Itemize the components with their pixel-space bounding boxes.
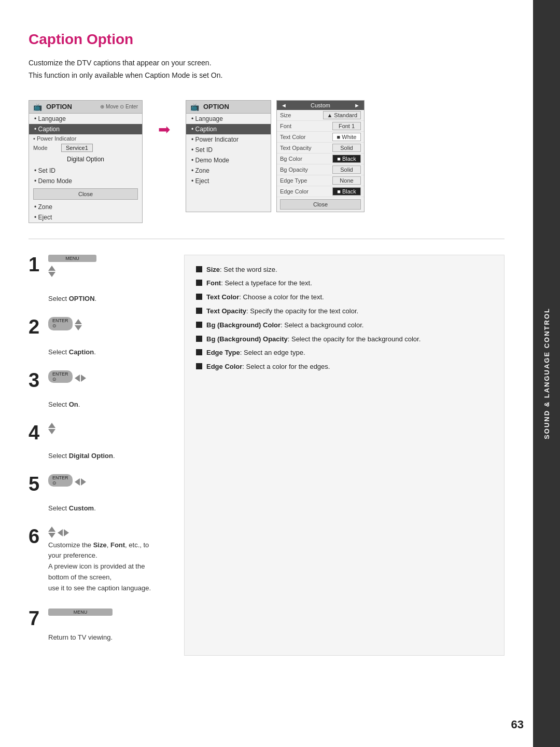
step-1-up-arrow bbox=[48, 266, 55, 271]
step-1-number: 1 bbox=[29, 255, 43, 274]
step-1-updown bbox=[48, 266, 55, 277]
options-panel-header: ◄ Custom ► bbox=[277, 101, 364, 110]
desc-line1: Customize the DTV captions that appear o… bbox=[29, 57, 505, 70]
step-6-leftright bbox=[58, 528, 69, 538]
step-2: 2 ENTER⊙ Select Caption. bbox=[29, 317, 163, 356]
step-1-down-arrow bbox=[48, 272, 55, 277]
bullets-panel: Size: Set the word size. Font: Select a … bbox=[184, 255, 505, 656]
tv-icon: 📺 bbox=[33, 103, 42, 111]
step-5-label: Select Custom. bbox=[48, 489, 96, 512]
step-3-number: 3 bbox=[29, 370, 43, 390]
step-7-label: Return to TV viewing. bbox=[48, 618, 113, 641]
bullet-size-icon bbox=[196, 266, 202, 272]
step-4-label: Select Digital Option. bbox=[48, 436, 115, 460]
page-description: Customize the DTV captions that appear o… bbox=[29, 57, 505, 82]
left-menu-box: 📺 OPTION ⊕ Move ⊙ Enter • Language • Cap… bbox=[29, 100, 143, 223]
step-7-content: MENU Return to TV viewing. bbox=[48, 608, 113, 641]
opt-edgetype-row: Edge Type None bbox=[277, 175, 364, 186]
mode-value: Service1 bbox=[61, 144, 93, 152]
step-3-left-arrow bbox=[75, 375, 80, 382]
step-4-down-arrow bbox=[48, 429, 55, 434]
step-3-right-arrow bbox=[81, 375, 86, 382]
opt-textopacity-value: Solid bbox=[332, 144, 361, 152]
step-6-desc: Customize the Size, Font, etc., to your … bbox=[48, 540, 163, 594]
menu-item-power: • Power Indicator bbox=[29, 134, 142, 143]
menu-item-setid: • Set ID bbox=[29, 165, 142, 176]
opt-edgetype-value: None bbox=[332, 176, 361, 185]
rmenu-language: • Language bbox=[186, 114, 271, 124]
bullet-edgecolor-icon bbox=[196, 363, 202, 369]
steps-list: 1 MENU Select OPTION. 2 bbox=[29, 255, 163, 656]
step-6-down-arrow bbox=[48, 533, 55, 538]
right-option-box: 📺 OPTION • Language • Caption • Power In… bbox=[186, 100, 365, 212]
bullet-font-text: Font: Select a typeface for the text. bbox=[206, 278, 312, 289]
step-4-content: Select Digital Option. bbox=[48, 423, 115, 460]
opt-font-value: Font 1 bbox=[332, 122, 361, 130]
opt-edgetype-label: Edge Type bbox=[280, 177, 332, 184]
bullet-textcolor-icon bbox=[196, 294, 202, 300]
opt-bgopacity-value: Solid bbox=[332, 165, 361, 174]
step-2-enter-btn: ENTER⊙ bbox=[48, 317, 73, 330]
digital-option-button[interactable]: Digital Option bbox=[57, 155, 115, 164]
step-2-down-arrow bbox=[75, 325, 82, 330]
left-menu-nav: ⊕ Move ⊙ Enter bbox=[100, 104, 138, 109]
step-3: 3 ENTER⊙ Select On. bbox=[29, 370, 163, 408]
opt-bgcolor-label: Bg Color bbox=[280, 156, 332, 162]
rmenu-demo: • Demo Mode bbox=[186, 155, 271, 165]
bullet-edgetype: Edge Type: Select an edge type. bbox=[196, 348, 493, 358]
bullet-textopacity-text: Text Opacity: Specify the opacity for th… bbox=[206, 306, 358, 317]
opt-edgecolor-value: ■ Black bbox=[332, 187, 361, 196]
bullet-edgetype-icon bbox=[196, 349, 202, 355]
menu-item-language: • Language bbox=[29, 114, 142, 124]
menu-item-eject: • Eject bbox=[29, 212, 142, 223]
menu-item-zone: • Zone bbox=[29, 202, 142, 212]
step-6: 6 Customize the Size, Font, etc., bbox=[29, 527, 163, 594]
step-5-right-arrow bbox=[81, 478, 86, 486]
menu-item-caption: • Caption bbox=[29, 124, 142, 134]
bullet-bgcolor-text: Bg (Background) Color: Select a backgrou… bbox=[206, 320, 363, 331]
bullet-bgcolor: Bg (Background) Color: Select a backgrou… bbox=[196, 320, 493, 331]
bullet-font: Font: Select a typeface for the text. bbox=[196, 278, 493, 289]
opt-font-label: Font bbox=[280, 123, 332, 129]
options-close[interactable]: Close bbox=[280, 199, 361, 210]
step-4: 4 Select Digital Option. bbox=[29, 423, 163, 460]
step-5-enter-btn: ENTER⊙ bbox=[48, 474, 73, 487]
opt-bgcolor-value: ■ Black bbox=[332, 155, 361, 163]
opt-edgecolor-label: Edge Color bbox=[280, 188, 332, 195]
step-3-content: ENTER⊙ Select On. bbox=[48, 370, 86, 408]
desc-line2: This function in only available when Cap… bbox=[29, 70, 505, 82]
step-5: 5 ENTER⊙ Select Custom. bbox=[29, 474, 163, 512]
panel-nav-right: ► bbox=[354, 102, 360, 108]
right-menu-title: OPTION bbox=[203, 103, 267, 110]
right-menu-box: 📺 OPTION • Language • Caption • Power In… bbox=[186, 100, 271, 212]
opt-bgcolor-row: Bg Color ■ Black bbox=[277, 154, 364, 164]
step-2-updown bbox=[75, 319, 82, 330]
opt-font-row: Font Font 1 bbox=[277, 121, 364, 132]
bullet-bgopacity-text: Bg (Background) Opacity: Select the opac… bbox=[206, 334, 421, 345]
sidebar: Sound & Language Control bbox=[533, 0, 560, 747]
bullet-textcolor-text: Text Color: Choose a color for the text. bbox=[206, 292, 324, 303]
step-4-number: 4 bbox=[29, 423, 43, 442]
panel-nav-left: ◄ bbox=[281, 102, 287, 108]
step-2-up-arrow bbox=[75, 319, 82, 324]
step-3-label: Select On. bbox=[48, 385, 86, 408]
left-menu-close[interactable]: Close bbox=[33, 188, 138, 200]
rmenu-caption: • Caption bbox=[186, 124, 271, 134]
opt-textcolor-label: Text Color bbox=[280, 134, 332, 140]
bullet-edgecolor: Edge Color: Select a color for the edges… bbox=[196, 362, 493, 372]
opt-textcolor-row: Text Color ■ White bbox=[277, 132, 364, 143]
left-menu-header: 📺 OPTION ⊕ Move ⊙ Enter bbox=[29, 101, 142, 114]
arrow-right-icon: ➡ bbox=[158, 100, 170, 138]
step-6-updown bbox=[48, 527, 55, 538]
panel-title: Custom bbox=[311, 102, 330, 108]
step-3-enter-btn: ENTER⊙ bbox=[48, 370, 73, 383]
opt-size-row: Size ▲ Standard bbox=[277, 110, 364, 121]
rmenu-eject: • Eject bbox=[186, 176, 271, 186]
main-content: Caption Option Customize the DTV caption… bbox=[0, 0, 533, 747]
bullet-size-text: Size: Set the word size. bbox=[206, 265, 277, 275]
divider bbox=[29, 239, 505, 239]
step-4-updown bbox=[48, 423, 115, 434]
opt-textopacity-label: Text Opacity bbox=[280, 145, 332, 151]
bullet-edgecolor-text: Edge Color: Select a color for the edges… bbox=[206, 362, 330, 372]
step-1-label: Select OPTION. bbox=[48, 279, 96, 302]
